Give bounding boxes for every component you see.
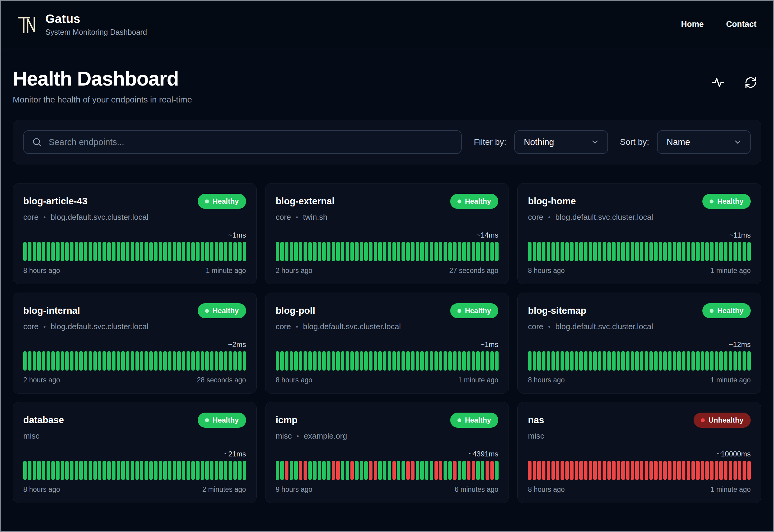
history-bar[interactable] (37, 242, 41, 261)
history-bar[interactable] (397, 242, 400, 261)
history-bar[interactable] (238, 461, 241, 480)
history-bar[interactable] (551, 242, 555, 261)
history-bar[interactable] (462, 242, 466, 261)
history-bar[interactable] (439, 461, 442, 480)
history-bar[interactable] (406, 242, 410, 261)
uptime-bars[interactable] (528, 242, 751, 261)
history-bar[interactable] (341, 461, 344, 480)
history-bar[interactable] (434, 461, 438, 480)
history-bar[interactable] (332, 461, 335, 480)
history-bar[interactable] (696, 242, 699, 261)
history-bar[interactable] (233, 351, 237, 371)
history-bar[interactable] (84, 351, 87, 371)
history-bar[interactable] (318, 351, 321, 371)
history-bar[interactable] (201, 461, 204, 480)
history-bar[interactable] (388, 461, 391, 480)
history-bar[interactable] (177, 461, 180, 480)
history-bar[interactable] (673, 461, 676, 480)
history-bar[interactable] (196, 242, 199, 261)
history-bar[interactable] (392, 242, 396, 261)
history-bar[interactable] (696, 461, 699, 480)
history-bar[interactable] (308, 351, 312, 371)
history-bar[interactable] (579, 351, 583, 371)
history-bar[interactable] (369, 351, 372, 371)
history-bar[interactable] (603, 461, 606, 480)
history-bar[interactable] (61, 351, 64, 371)
history-bar[interactable] (154, 351, 157, 371)
history-bar[interactable] (528, 351, 531, 371)
history-bar[interactable] (65, 351, 69, 371)
history-bar[interactable] (149, 461, 153, 480)
history-bar[interactable] (304, 461, 307, 480)
history-bar[interactable] (631, 351, 634, 371)
history-bar[interactable] (33, 242, 36, 261)
uptime-bars[interactable] (528, 351, 751, 371)
history-bar[interactable] (112, 242, 115, 261)
history-bar[interactable] (612, 242, 615, 261)
history-bar[interactable] (350, 461, 354, 480)
history-bar[interactable] (79, 351, 83, 371)
history-bar[interactable] (374, 242, 377, 261)
history-bar[interactable] (556, 242, 559, 261)
history-bar[interactable] (495, 461, 498, 480)
history-bar[interactable] (182, 242, 185, 261)
history-bar[interactable] (598, 461, 601, 480)
endpoint-card[interactable]: blog-external Healthy core • twin.sh ~14… (265, 183, 509, 284)
history-bar[interactable] (327, 242, 330, 261)
history-bar[interactable] (187, 351, 190, 371)
history-bar[interactable] (416, 351, 419, 371)
history-bar[interactable] (121, 351, 125, 371)
history-bar[interactable] (102, 461, 106, 480)
history-bar[interactable] (318, 461, 321, 480)
history-bar[interactable] (561, 461, 564, 480)
history-bar[interactable] (131, 351, 134, 371)
history-bar[interactable] (673, 242, 676, 261)
history-bar[interactable] (243, 461, 246, 480)
history-bar[interactable] (495, 242, 498, 261)
history-bar[interactable] (556, 461, 559, 480)
history-bar[interactable] (701, 461, 704, 480)
history-bar[interactable] (182, 461, 185, 480)
history-bar[interactable] (47, 351, 50, 371)
history-bar[interactable] (229, 351, 232, 371)
history-bar[interactable] (411, 351, 414, 371)
history-bar[interactable] (547, 351, 550, 371)
history-bar[interactable] (238, 351, 241, 371)
history-bar[interactable] (205, 242, 209, 261)
history-bar[interactable] (649, 351, 653, 371)
history-bar[interactable] (584, 242, 587, 261)
history-bar[interactable] (61, 461, 64, 480)
history-bar[interactable] (743, 461, 746, 480)
history-bar[interactable] (173, 461, 176, 480)
history-bar[interactable] (691, 461, 695, 480)
history-bar[interactable] (187, 242, 190, 261)
history-bar[interactable] (56, 351, 59, 371)
history-bar[interactable] (327, 351, 330, 371)
history-bar[interactable] (131, 461, 134, 480)
history-bar[interactable] (621, 351, 625, 371)
history-bar[interactable] (584, 461, 587, 480)
history-bar[interactable] (229, 461, 232, 480)
history-bar[interactable] (117, 242, 120, 261)
history-bar[interactable] (476, 461, 480, 480)
history-bar[interactable] (542, 242, 545, 261)
history-bar[interactable] (738, 461, 741, 480)
history-bar[interactable] (388, 242, 391, 261)
history-bar[interactable] (747, 351, 751, 371)
history-bar[interactable] (243, 242, 246, 261)
history-bar[interactable] (715, 242, 718, 261)
history-bar[interactable] (687, 351, 690, 371)
history-bar[interactable] (635, 461, 639, 480)
history-bar[interactable] (490, 242, 494, 261)
history-bar[interactable] (364, 351, 368, 371)
history-bar[interactable] (682, 351, 685, 371)
history-bar[interactable] (360, 351, 363, 371)
history-bar[interactable] (107, 351, 111, 371)
history-bar[interactable] (163, 461, 167, 480)
history-bar[interactable] (654, 461, 657, 480)
history-bar[interactable] (645, 461, 648, 480)
history-bar[interactable] (159, 461, 162, 480)
history-bar[interactable] (593, 461, 597, 480)
history-bar[interactable] (98, 242, 101, 261)
history-bar[interactable] (486, 351, 489, 371)
